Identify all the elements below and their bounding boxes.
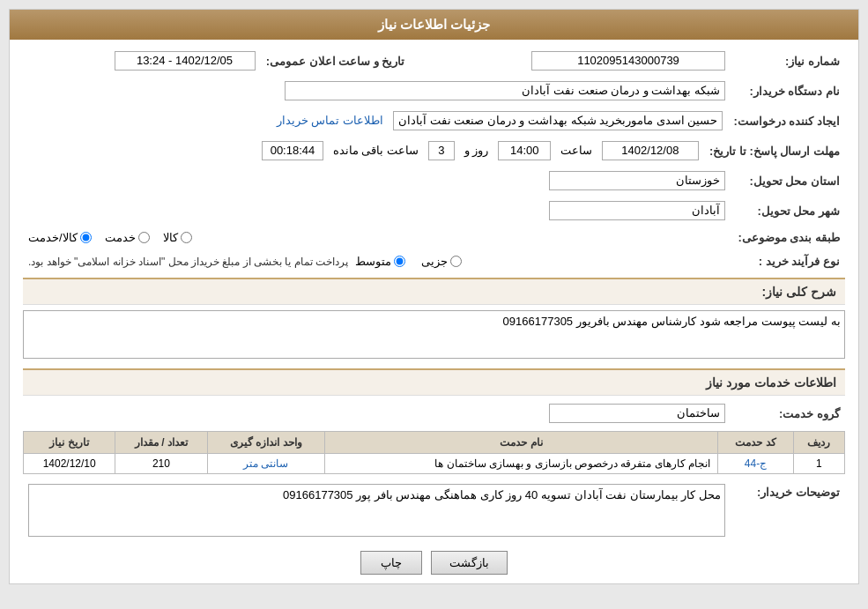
- send-days-label: روز و: [464, 144, 489, 157]
- info-table-province: استان محل تحویل: خوزستان: [23, 168, 845, 193]
- buyer-notes-textarea[interactable]: [28, 484, 725, 537]
- cell-qty: 210: [115, 454, 207, 474]
- purchase-radio-minor[interactable]: [450, 256, 462, 267]
- services-table: ردیف کد حدمت نام حدمت واحد اندازه گیری ت…: [23, 431, 845, 474]
- purchase-type-desc: پرداخت تمام یا بخشی از مبلغ خریداز محل "…: [28, 256, 348, 268]
- col-date: تاریخ نیاز: [24, 432, 115, 454]
- panel-body: شماره نیاز: 1102095143000739 تاریخ و ساع…: [10, 40, 858, 583]
- category-option-goods: کالا: [163, 231, 192, 244]
- need-number-value: 1102095143000739: [531, 51, 725, 71]
- category-label: طبقه بندی موضوعی:: [731, 228, 845, 247]
- info-table-purchase: نوع فرآیند خرید : پرداخت تمام یا بخشی از…: [23, 252, 845, 271]
- category-radio-goods-service[interactable]: [80, 232, 92, 243]
- print-button[interactable]: چاپ: [360, 551, 422, 575]
- need-desc-section-title: شرح کلی نیاز:: [23, 278, 845, 305]
- send-time-value: 14:00: [498, 141, 551, 160]
- panel-title: جزئیات اطلاعات نیاز: [378, 17, 490, 32]
- need-desc-label: شرح کلی نیاز:: [762, 285, 836, 299]
- buyer-notes-label: توضیحات خریدار:: [731, 481, 845, 542]
- cell-row: 1: [793, 454, 844, 474]
- info-table-buyer: نام دستگاه خریدار: شبکه بهداشت و درمان ص…: [23, 78, 845, 103]
- info-table-requester: ایجاد کننده درخواست: حسین اسدی ماموربخری…: [23, 108, 845, 133]
- info-table-city: شهر محل تحویل: آبادان: [23, 198, 845, 223]
- category-option-service: خدمت: [105, 231, 150, 244]
- announce-value: 1402/12/05 - 13:24: [115, 51, 256, 71]
- back-button[interactable]: بازگشت: [431, 551, 508, 575]
- category-radio-goods[interactable]: [181, 232, 192, 243]
- category-radio-service[interactable]: [138, 232, 150, 243]
- category-radio-group: کالا/خدمت خدمت کالا: [28, 231, 725, 244]
- category-option-goods-label: کالا: [163, 231, 178, 244]
- city-value: آبادان: [549, 201, 725, 220]
- buyer-org-value: شبکه بهداشت و درمان صنعت نفت آبادان: [285, 81, 725, 100]
- info-table-senddate: مهلت ارسال پاسخ: تا تاریخ: 1402/12/08 سا…: [23, 138, 845, 163]
- table-row: 1 ج-44 انجام کارهای متفرقه درخصوص بازساز…: [24, 454, 845, 474]
- info-table-category: طبقه بندی موضوعی: کالا/خدمت خدمت: [23, 228, 845, 247]
- page-container: جزئیات اطلاعات نیاز شماره نیاز: 11020951…: [0, 0, 868, 593]
- contact-link[interactable]: اطلاعات تماس خریدار: [277, 114, 383, 127]
- category-option-goods-service: کالا/خدمت: [28, 231, 92, 244]
- send-remaining-label: ساعت باقی مانده: [333, 144, 419, 157]
- cell-unit: سانتی متر: [207, 454, 325, 474]
- category-option-goods-service-label: کالا/خدمت: [28, 231, 78, 244]
- purchase-option-medium: متوسط: [355, 255, 405, 268]
- province-value: خوزستان: [549, 171, 725, 190]
- purchase-type-row: پرداخت تمام یا بخشی از مبلغ خریداز محل "…: [28, 255, 725, 268]
- col-row: ردیف: [793, 432, 844, 454]
- province-label: استان محل تحویل:: [731, 168, 845, 193]
- col-unit: واحد اندازه گیری: [207, 432, 325, 454]
- cell-code: ج-44: [718, 454, 794, 474]
- main-panel: جزئیات اطلاعات نیاز شماره نیاز: 11020951…: [9, 9, 859, 584]
- col-code: کد حدمت: [718, 432, 794, 454]
- purchase-option-minor: جزیی: [421, 255, 462, 268]
- category-option-service-label: خدمت: [105, 231, 136, 244]
- service-group-value: ساختمان: [549, 404, 725, 423]
- purchase-option-medium-label: متوسط: [355, 255, 391, 268]
- announce-label: تاریخ و ساعت اعلان عمومی:: [261, 48, 411, 73]
- info-table-header: شماره نیاز: 1102095143000739 تاریخ و ساع…: [23, 48, 845, 73]
- purchase-type-label: نوع فرآیند خرید :: [731, 252, 845, 271]
- cell-date: 1402/12/10: [24, 454, 115, 474]
- info-table-service-group: گروه خدمت: ساختمان: [23, 401, 845, 426]
- col-qty: تعداد / مقدار: [115, 432, 207, 454]
- services-section-label: اطلاعات خدمات مورد نیاز: [706, 375, 836, 390]
- send-date-value: 1402/12/08: [602, 141, 699, 160]
- buttons-row: بازگشت چاپ: [23, 551, 845, 575]
- panel-header: جزئیات اطلاعات نیاز: [10, 10, 858, 40]
- send-days-value: 3: [428, 141, 455, 160]
- purchase-radio-medium[interactable]: [394, 256, 405, 267]
- need-desc-textarea[interactable]: [23, 310, 845, 359]
- purchase-option-minor-label: جزیی: [421, 255, 448, 268]
- cell-name: انجام کارهای متفرقه درخصوص بازسازی و بهس…: [325, 454, 718, 474]
- need-number-label: شماره نیاز:: [731, 48, 845, 73]
- info-table-notes: توضیحات خریدار:: [23, 481, 845, 542]
- services-section-title: اطلاعات خدمات مورد نیاز: [23, 368, 845, 396]
- city-label: شهر محل تحویل:: [731, 198, 845, 223]
- buyer-org-label: نام دستگاه خریدار:: [731, 78, 845, 103]
- col-name: نام حدمت: [325, 432, 718, 454]
- service-group-label: گروه خدمت:: [731, 401, 845, 426]
- requester-label: ایجاد کننده درخواست:: [728, 108, 845, 133]
- requester-value: حسین اسدی ماموربخرید شبکه بهداشت و درمان…: [393, 111, 723, 130]
- send-remaining-value: 00:18:44: [262, 141, 323, 160]
- send-time-label: ساعت: [560, 144, 592, 157]
- send-date-label: مهلت ارسال پاسخ: تا تاریخ:: [704, 138, 845, 163]
